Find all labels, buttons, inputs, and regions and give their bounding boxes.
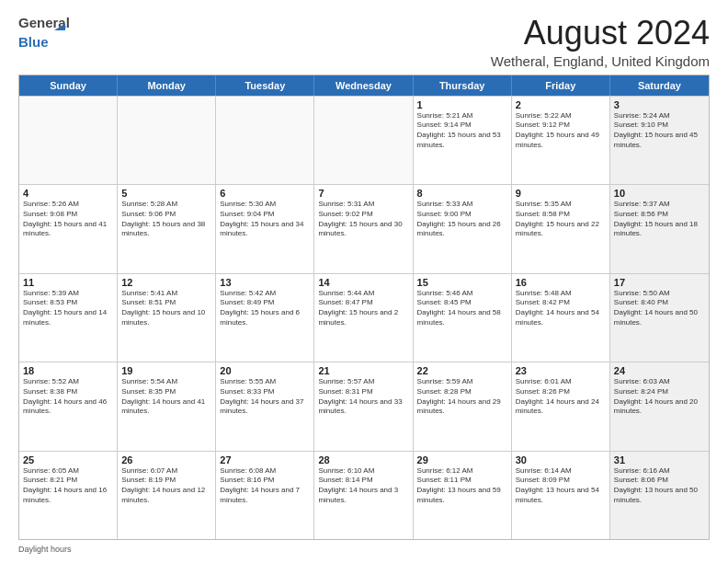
day-number: 31 xyxy=(614,454,705,465)
day-cell-26: 26Sunrise: 6:07 AM Sunset: 8:19 PM Dayli… xyxy=(118,452,216,539)
day-cell-18: 18Sunrise: 5:52 AM Sunset: 8:38 PM Dayli… xyxy=(19,362,118,450)
day-cell-30: 30Sunrise: 6:14 AM Sunset: 8:09 PM Dayli… xyxy=(512,452,610,539)
svg-marker-0 xyxy=(54,24,65,31)
cell-sun-info: Sunrise: 5:22 AM Sunset: 9:12 PM Dayligh… xyxy=(516,111,606,151)
day-number: 1 xyxy=(417,99,507,110)
day-number: 25 xyxy=(23,454,113,465)
cell-sun-info: Sunrise: 5:35 AM Sunset: 8:58 PM Dayligh… xyxy=(516,200,606,239)
day-cell-15: 15Sunrise: 5:46 AM Sunset: 8:45 PM Dayli… xyxy=(414,274,512,362)
cell-sun-info: Sunrise: 5:31 AM Sunset: 9:02 PM Dayligh… xyxy=(318,200,408,239)
cell-sun-info: Sunrise: 6:16 AM Sunset: 8:06 PM Dayligh… xyxy=(614,466,705,506)
calendar-row-2: 11Sunrise: 5:39 AM Sunset: 8:53 PM Dayli… xyxy=(19,273,709,362)
cell-sun-info: Sunrise: 5:50 AM Sunset: 8:40 PM Dayligh… xyxy=(614,289,705,328)
cell-sun-info: Sunrise: 6:03 AM Sunset: 8:24 PM Dayligh… xyxy=(614,377,705,417)
logo-blue: Blue xyxy=(18,34,49,50)
cell-sun-info: Sunrise: 5:54 AM Sunset: 8:35 PM Dayligh… xyxy=(121,377,211,417)
cell-sun-info: Sunrise: 6:01 AM Sunset: 8:26 PM Dayligh… xyxy=(516,377,606,417)
footer-label: Daylight hours xyxy=(18,545,72,554)
day-cell-31: 31Sunrise: 6:16 AM Sunset: 8:06 PM Dayli… xyxy=(610,452,709,539)
day-cell-6: 6Sunrise: 5:30 AM Sunset: 9:04 PM Daylig… xyxy=(216,185,314,272)
day-header-sunday: Sunday xyxy=(19,75,118,96)
cell-sun-info: Sunrise: 5:59 AM Sunset: 8:28 PM Dayligh… xyxy=(417,377,507,417)
footer: Daylight hours xyxy=(18,545,710,554)
day-cell-25: 25Sunrise: 6:05 AM Sunset: 8:21 PM Dayli… xyxy=(19,452,118,539)
day-cell-27: 27Sunrise: 6:08 AM Sunset: 8:16 PM Dayli… xyxy=(216,452,314,539)
empty-cell-0-2 xyxy=(216,97,314,184)
day-number: 2 xyxy=(516,99,606,110)
day-number: 28 xyxy=(318,454,408,465)
day-cell-12: 12Sunrise: 5:41 AM Sunset: 8:51 PM Dayli… xyxy=(118,274,216,362)
day-cell-19: 19Sunrise: 5:54 AM Sunset: 8:35 PM Dayli… xyxy=(118,362,216,450)
day-cell-2: 2Sunrise: 5:22 AM Sunset: 9:12 PM Daylig… xyxy=(512,97,610,184)
day-cell-28: 28Sunrise: 6:10 AM Sunset: 8:14 PM Dayli… xyxy=(314,452,413,539)
day-number: 11 xyxy=(23,277,113,288)
header: General Blue August 2024 Wetheral, Engla… xyxy=(18,15,710,69)
day-cell-7: 7Sunrise: 5:31 AM Sunset: 9:02 PM Daylig… xyxy=(314,185,413,272)
day-cell-9: 9Sunrise: 5:35 AM Sunset: 8:58 PM Daylig… xyxy=(512,185,610,272)
day-number: 14 xyxy=(318,277,408,288)
page: General Blue August 2024 Wetheral, Engla… xyxy=(0,0,728,563)
day-number: 24 xyxy=(614,365,705,376)
cell-sun-info: Sunrise: 6:14 AM Sunset: 8:09 PM Dayligh… xyxy=(516,466,606,506)
calendar-row-4: 25Sunrise: 6:05 AM Sunset: 8:21 PM Dayli… xyxy=(19,451,709,539)
day-number: 19 xyxy=(121,365,211,376)
cell-sun-info: Sunrise: 6:07 AM Sunset: 8:19 PM Dayligh… xyxy=(121,466,211,506)
cell-sun-info: Sunrise: 5:48 AM Sunset: 8:42 PM Dayligh… xyxy=(516,289,606,328)
cell-sun-info: Sunrise: 5:37 AM Sunset: 8:56 PM Dayligh… xyxy=(614,200,705,239)
day-cell-29: 29Sunrise: 6:12 AM Sunset: 8:11 PM Dayli… xyxy=(414,452,512,539)
day-header-saturday: Saturday xyxy=(610,75,709,96)
cell-sun-info: Sunrise: 5:42 AM Sunset: 8:49 PM Dayligh… xyxy=(220,289,310,328)
day-number: 9 xyxy=(516,188,606,199)
day-number: 10 xyxy=(614,188,705,199)
empty-cell-0-1 xyxy=(118,97,216,184)
cell-sun-info: Sunrise: 5:21 AM Sunset: 9:14 PM Dayligh… xyxy=(417,111,507,151)
calendar: SundayMondayTuesdayWednesdayThursdayFrid… xyxy=(18,75,710,540)
day-number: 27 xyxy=(220,454,310,465)
day-cell-14: 14Sunrise: 5:44 AM Sunset: 8:47 PM Dayli… xyxy=(314,274,413,362)
day-number: 12 xyxy=(121,277,211,288)
cell-sun-info: Sunrise: 5:30 AM Sunset: 9:04 PM Dayligh… xyxy=(220,200,310,239)
day-cell-23: 23Sunrise: 6:01 AM Sunset: 8:26 PM Dayli… xyxy=(512,362,610,450)
day-cell-13: 13Sunrise: 5:42 AM Sunset: 8:49 PM Dayli… xyxy=(216,274,314,362)
day-number: 3 xyxy=(614,99,705,110)
day-cell-24: 24Sunrise: 6:03 AM Sunset: 8:24 PM Dayli… xyxy=(610,362,709,450)
cell-sun-info: Sunrise: 5:28 AM Sunset: 9:06 PM Dayligh… xyxy=(121,200,211,239)
day-number: 6 xyxy=(220,188,310,199)
day-number: 20 xyxy=(220,365,310,376)
day-cell-11: 11Sunrise: 5:39 AM Sunset: 8:53 PM Dayli… xyxy=(19,274,118,362)
day-number: 26 xyxy=(121,454,211,465)
day-number: 21 xyxy=(318,365,408,376)
cell-sun-info: Sunrise: 5:24 AM Sunset: 9:10 PM Dayligh… xyxy=(614,111,705,151)
day-cell-21: 21Sunrise: 5:57 AM Sunset: 8:31 PM Dayli… xyxy=(314,362,413,450)
day-number: 30 xyxy=(516,454,606,465)
day-number: 23 xyxy=(516,365,606,376)
empty-cell-0-0 xyxy=(19,97,118,184)
day-number: 15 xyxy=(417,277,507,288)
day-header-monday: Monday xyxy=(118,75,216,96)
cell-sun-info: Sunrise: 5:39 AM Sunset: 8:53 PM Dayligh… xyxy=(23,289,113,328)
calendar-header: SundayMondayTuesdayWednesdayThursdayFrid… xyxy=(19,75,709,96)
day-cell-8: 8Sunrise: 5:33 AM Sunset: 9:00 PM Daylig… xyxy=(414,185,512,272)
cell-sun-info: Sunrise: 5:26 AM Sunset: 9:08 PM Dayligh… xyxy=(23,200,113,239)
cell-sun-info: Sunrise: 6:12 AM Sunset: 8:11 PM Dayligh… xyxy=(417,466,507,506)
calendar-row-0: 1Sunrise: 5:21 AM Sunset: 9:14 PM Daylig… xyxy=(19,96,709,184)
calendar-body: 1Sunrise: 5:21 AM Sunset: 9:14 PM Daylig… xyxy=(19,96,709,539)
day-number: 29 xyxy=(417,454,507,465)
cell-sun-info: Sunrise: 5:55 AM Sunset: 8:33 PM Dayligh… xyxy=(220,377,310,417)
day-cell-20: 20Sunrise: 5:55 AM Sunset: 8:33 PM Dayli… xyxy=(216,362,314,450)
logo: General Blue xyxy=(18,15,66,50)
day-header-friday: Friday xyxy=(512,75,610,96)
day-number: 17 xyxy=(614,277,705,288)
month-year-title: August 2024 xyxy=(491,15,710,52)
day-cell-10: 10Sunrise: 5:37 AM Sunset: 8:56 PM Dayli… xyxy=(610,185,709,272)
day-number: 7 xyxy=(318,188,408,199)
day-number: 22 xyxy=(417,365,507,376)
day-cell-3: 3Sunrise: 5:24 AM Sunset: 9:10 PM Daylig… xyxy=(610,97,709,184)
day-cell-22: 22Sunrise: 5:59 AM Sunset: 8:28 PM Dayli… xyxy=(414,362,512,450)
calendar-row-1: 4Sunrise: 5:26 AM Sunset: 9:08 PM Daylig… xyxy=(19,184,709,272)
cell-sun-info: Sunrise: 5:41 AM Sunset: 8:51 PM Dayligh… xyxy=(121,289,211,328)
cell-sun-info: Sunrise: 5:44 AM Sunset: 8:47 PM Dayligh… xyxy=(318,289,408,328)
day-header-thursday: Thursday xyxy=(414,75,512,96)
calendar-row-3: 18Sunrise: 5:52 AM Sunset: 8:38 PM Dayli… xyxy=(19,362,709,450)
logo-triangle-icon xyxy=(51,17,68,33)
